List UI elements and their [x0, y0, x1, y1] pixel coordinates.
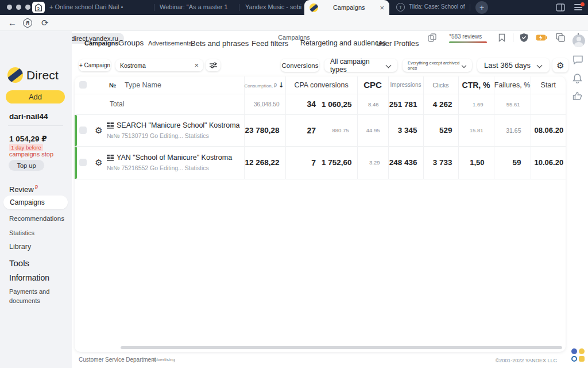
- new-tab-button[interactable]: +: [475, 1, 488, 14]
- window-close-button[interactable]: [7, 5, 12, 10]
- tab-user-profiles[interactable]: User Profiles: [376, 39, 419, 48]
- collections-icon[interactable]: [556, 33, 565, 42]
- clear-search-icon[interactable]: ×: [194, 61, 199, 70]
- browser-tab-yandex-music[interactable]: Yandex Music - sobi: [245, 3, 303, 10]
- col-header-start[interactable]: Start: [531, 76, 566, 94]
- campaign-name[interactable]: SEARCH "Manicure School" Kostroma: [107, 121, 244, 129]
- col-header-number[interactable]: №: [107, 76, 122, 94]
- active-tab-label: Campaigns: [318, 4, 380, 11]
- search-value: Kostroma: [120, 62, 146, 69]
- browser-corner-widgets[interactable]: [571, 348, 586, 362]
- tab-close-icon[interactable]: ×: [380, 3, 384, 12]
- campaign-search-input[interactable]: Kostroma ×: [115, 59, 203, 71]
- footer-divider: /: [142, 356, 144, 362]
- sidebar-item-payments-line1[interactable]: Payments and: [9, 288, 49, 295]
- col-header-failures[interactable]: Failures, %: [494, 76, 531, 94]
- thumbs-up-icon[interactable]: [572, 91, 582, 101]
- battery-saver-icon[interactable]: [536, 34, 547, 41]
- widget-square-icon[interactable]: [579, 356, 585, 362]
- tab-advertisements[interactable]: Advertisements: [148, 40, 192, 47]
- col-header-type-name[interactable]: Type Name: [122, 76, 244, 94]
- user-avatar[interactable]: [572, 34, 585, 47]
- window-minimize-button[interactable]: [16, 5, 21, 10]
- review-currency-badge: ₽: [35, 185, 38, 190]
- reviews-rating[interactable]: *583 reviews: [449, 33, 482, 40]
- tab-feed-filters[interactable]: Feed filters: [252, 39, 288, 48]
- direct-favicon-icon: [310, 3, 318, 12]
- widget-blue-icon[interactable]: [571, 348, 577, 354]
- col-header-impressions[interactable]: Impressions: [388, 76, 423, 94]
- widget-yellow-icon[interactable]: [579, 348, 585, 354]
- campaigns-table: № Type Name Consumption, ₽ ↓ CPA convers…: [75, 76, 566, 179]
- chat-icon[interactable]: [572, 55, 583, 64]
- table-total-row: Total 36,048.50 34 1 060,25 8.46 251 781…: [75, 94, 566, 114]
- table-settings-button[interactable]: ⚙: [552, 58, 568, 72]
- cell-conversions: 7: [285, 146, 322, 179]
- protect-shield-icon[interactable]: [520, 33, 528, 43]
- top-up-button[interactable]: Top up: [9, 160, 44, 171]
- pinned-tab[interactable]: 5: [32, 2, 45, 13]
- campaign-settings-gear-icon[interactable]: ⚙: [91, 125, 107, 136]
- col-header-consumption[interactable]: Consumption, ₽ ↓: [244, 76, 285, 94]
- campaign-row-search-kostroma: ⚙ SEARCH "Manicure School" Kostroma №№ 7…: [75, 114, 566, 146]
- browser-tab-tilda[interactable]: Tilda: Case: School of Money: [409, 3, 466, 10]
- date-range-dropdown[interactable]: Last 365 days: [477, 58, 550, 72]
- tab-retargeting-and-audiences[interactable]: Retargeting and audiences: [300, 39, 386, 47]
- cell-cpc: 44.95: [357, 114, 388, 146]
- col-header-ctr[interactable]: CTR, %: [458, 76, 494, 94]
- footer-support-link[interactable]: Customer Service Department: [79, 356, 156, 363]
- direct-logo-icon[interactable]: [7, 67, 23, 83]
- cell-consumption: 12 268,22: [244, 146, 285, 179]
- browser-tab-online-school[interactable]: + Online school Dari Nail •: [49, 3, 147, 10]
- tab-groups[interactable]: Groups: [118, 39, 144, 47]
- row-checkbox[interactable]: [79, 159, 87, 166]
- sidebar-section-tools[interactable]: Tools: [9, 258, 29, 268]
- cell-cpa: 1 752,60: [322, 146, 357, 179]
- copy-pages-icon[interactable]: [428, 33, 436, 42]
- reload-icon[interactable]: ⟳: [41, 18, 49, 28]
- col-header-cpc[interactable]: CPC: [357, 76, 388, 94]
- row-checkbox[interactable]: [79, 126, 87, 134]
- add-campaign-button[interactable]: + Campaign: [79, 59, 111, 71]
- total-ctr: 1.69: [458, 94, 494, 114]
- sidebar-section-information[interactable]: Information: [9, 273, 49, 282]
- campaign-types-dropdown[interactable]: All campaign types: [324, 59, 397, 72]
- bell-icon[interactable]: [572, 73, 582, 83]
- back-icon[interactable]: ←: [8, 18, 17, 28]
- sidebar-item-library[interactable]: Library: [9, 243, 31, 251]
- sidebar-item-recommendations[interactable]: Recommendations: [9, 215, 64, 222]
- browser-tab-webinar[interactable]: Webinar: "As a master 1: [160, 3, 234, 10]
- browser-tab-campaigns-active[interactable]: Campaigns ×: [304, 0, 389, 15]
- select-all-checkbox[interactable]: [79, 81, 87, 89]
- col-header-clicks[interactable]: Clicks: [423, 76, 458, 94]
- sidebar-item-payments-line2[interactable]: documents: [9, 297, 40, 304]
- tilda-favicon-icon: T: [396, 3, 405, 12]
- footer-advertising-link[interactable]: Advertising: [152, 357, 175, 362]
- yandex-services-icon[interactable]: Я: [23, 18, 32, 28]
- col-header-cpa-conversions[interactable]: CPA conversions: [285, 76, 357, 94]
- archived-filter-dropdown[interactable]: Everything except archived ones: [403, 59, 472, 72]
- date-range-value: Last 365 days: [484, 61, 531, 70]
- campaign-name[interactable]: YAN "School of Manicure" Kostroma: [107, 154, 244, 162]
- browser-menu-icon[interactable]: [574, 4, 582, 11]
- horizontal-scrollbar[interactable]: [121, 346, 562, 349]
- total-label: Total: [107, 94, 244, 114]
- conversions-button[interactable]: Conversions: [281, 59, 319, 72]
- sidebar-item-statistics[interactable]: Statistics: [9, 229, 34, 236]
- sidebar-panel-icon[interactable]: [556, 3, 565, 12]
- total-cpc: 8.46: [357, 94, 388, 114]
- direct-logo-text[interactable]: Direct: [26, 68, 59, 82]
- campaign-meta-links[interactable]: №№ 75130719 Go Editing... Statistics: [107, 132, 244, 139]
- sidebar-item-review[interactable]: Review₽: [9, 185, 38, 194]
- tab-campaigns[interactable]: Campaigns: [84, 40, 118, 47]
- filter-settings-button[interactable]: [206, 59, 220, 71]
- widget-ring-icon[interactable]: [571, 356, 577, 362]
- sidebar-item-campaigns-active[interactable]: Campaigns: [3, 195, 68, 209]
- campaign-settings-gear-icon[interactable]: ⚙: [91, 158, 107, 168]
- add-button[interactable]: Add: [6, 90, 65, 103]
- tab-bets-and-phrases[interactable]: Bets and phrases: [191, 39, 249, 48]
- bookmark-icon[interactable]: [498, 33, 505, 42]
- window-zoom-button[interactable]: [25, 5, 30, 10]
- campaign-meta-links[interactable]: №№ 75216552 Go Editing... Statistics: [107, 164, 244, 171]
- account-name[interactable]: dari-nail44: [9, 112, 48, 121]
